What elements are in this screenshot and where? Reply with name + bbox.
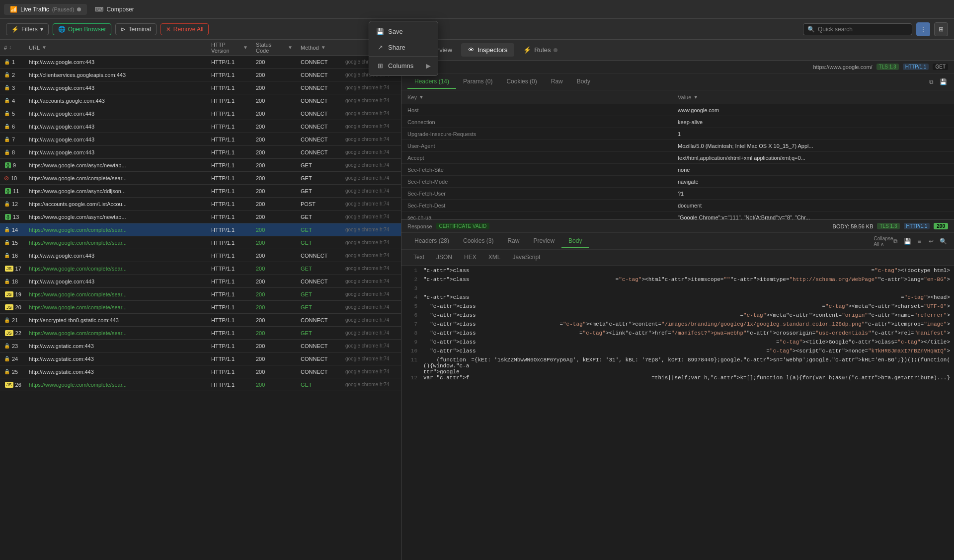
more-options-button[interactable]: ⋮ bbox=[916, 22, 930, 36]
resp-copy-icon[interactable]: ⧉ bbox=[890, 236, 900, 246]
row-http: HTTP/1.1 bbox=[207, 253, 252, 259]
row-agent: google chrome h:74 bbox=[341, 162, 401, 168]
table-row[interactable]: 🔒 5 http://www.google.com:443 HTTP/1.1 2… bbox=[0, 107, 401, 120]
table-row[interactable]: 🔒 1 http://www.google.com:443 HTTP/1.1 2… bbox=[0, 56, 401, 69]
header-row: Sec-Fetch-Modenavigate bbox=[401, 176, 954, 188]
dropdown-columns[interactable]: ⊞ Columns ▶ bbox=[369, 58, 438, 73]
table-row[interactable]: JS 17 https://www.google.com/complete/se… bbox=[0, 262, 401, 275]
table-row[interactable]: 🔒 14 https://www.google.com/complete/sea… bbox=[0, 223, 401, 236]
cert-badge: CERTIFICATE VALID bbox=[436, 223, 490, 229]
filter-http-icon[interactable]: ▼ bbox=[243, 45, 248, 50]
table-row[interactable]: 🔒 23 http://www.gstatic.com:443 HTTP/1.1… bbox=[0, 340, 401, 352]
tab-inspectors-label: Inspectors bbox=[477, 46, 507, 54]
body-tab-json[interactable]: JSON bbox=[430, 251, 458, 264]
body-tab-xml[interactable]: XML bbox=[482, 251, 507, 264]
row-num: JS 26 bbox=[0, 382, 25, 388]
resp-wrap-icon[interactable]: ↩ bbox=[926, 236, 936, 246]
code-icon: ⌨ bbox=[95, 6, 103, 13]
header-value: 1 bbox=[678, 131, 948, 137]
table-row[interactable]: 🔒 12 https://accounts.google.com/ListAcc… bbox=[0, 198, 401, 210]
tab-resp-raw[interactable]: Raw bbox=[500, 234, 526, 248]
table-row[interactable]: 🔒 24 http://www.gstatic.com:443 HTTP/1.1… bbox=[0, 352, 401, 365]
collapse-all-label[interactable]: Collapse All ∧ bbox=[878, 236, 888, 246]
filter-val-icon[interactable]: ▼ bbox=[693, 94, 698, 100]
sort-num-icon[interactable]: ↕ bbox=[9, 45, 11, 50]
table-row[interactable]: 🔒 16 http://www.google.com:443 HTTP/1.1 … bbox=[0, 249, 401, 262]
terminal-button[interactable]: ⊳ Terminal bbox=[115, 23, 156, 35]
table-row[interactable]: JS 20 https://www.google.com/complete/se… bbox=[0, 301, 401, 314]
layout-button[interactable]: ⊞ bbox=[934, 22, 948, 36]
table-row[interactable]: 🔒 7 http://www.google.com:443 HTTP/1.1 2… bbox=[0, 133, 401, 146]
tab-req-params[interactable]: Params (0) bbox=[456, 75, 499, 89]
tab-req-headers[interactable]: Headers (14) bbox=[407, 75, 456, 89]
filters-button[interactable]: ⚡ Filters ▾ bbox=[6, 23, 49, 35]
table-row[interactable]: 🔒 2 http://clientservices.googleapis.com… bbox=[0, 69, 401, 81]
row-method: GET bbox=[297, 188, 341, 194]
tab-inspectors[interactable]: 👁 Inspectors bbox=[461, 43, 514, 57]
save-headers-icon[interactable]: 💾 bbox=[938, 77, 948, 87]
row-agent: google chrome h:74 bbox=[341, 317, 401, 323]
tab-resp-body[interactable]: Body bbox=[561, 234, 589, 248]
table-row[interactable]: 🔒 25 http://www.gstatic.com:443 HTTP/1.1… bbox=[0, 365, 401, 378]
row-method: GET bbox=[297, 291, 341, 297]
tab-resp-headers[interactable]: Headers (28) bbox=[407, 234, 456, 248]
right-nav: 📊 Overview 👁 Inspectors ⚡ Rules bbox=[401, 40, 954, 61]
table-row[interactable]: JS 19 https://www.google.com/complete/se… bbox=[0, 288, 401, 301]
row-method: CONNECT bbox=[297, 85, 341, 91]
filter-key-icon[interactable]: ▼ bbox=[419, 94, 424, 100]
tab-req-body[interactable]: Body bbox=[570, 75, 597, 89]
lock-icon: 🔒 bbox=[4, 253, 10, 258]
dropdown-save[interactable]: 💾 Save bbox=[369, 23, 438, 39]
tab-req-raw[interactable]: Raw bbox=[544, 75, 570, 89]
resp-save-icon[interactable]: 💾 bbox=[902, 236, 912, 246]
row-url: https://www.google.com/complete/sear... bbox=[25, 266, 207, 272]
header-key: Accept bbox=[407, 155, 678, 161]
table-row[interactable]: 🔒 8 http://www.google.com:443 HTTP/1.1 2… bbox=[0, 146, 401, 159]
table-row[interactable]: {} 9 https://www.google.com/async/newtab… bbox=[0, 159, 401, 172]
tab-composer[interactable]: ⌨ Composer bbox=[89, 4, 140, 15]
table-row[interactable]: 🔒 21 http://encrypted-tbn0.gstatic.com:4… bbox=[0, 314, 401, 327]
header-row: Sec-Fetch-Destdocument bbox=[401, 200, 954, 211]
copy-headers-icon[interactable]: ⧉ bbox=[926, 77, 936, 87]
table-row[interactable]: 🔒 18 http://www.google.com:443 HTTP/1.1 … bbox=[0, 275, 401, 288]
table-row[interactable]: JS 22 https://www.google.com/complete/se… bbox=[0, 327, 401, 340]
dropdown-share[interactable]: ↗ Share bbox=[369, 39, 438, 55]
table-row[interactable]: 🔒 4 http://accounts.google.com:443 HTTP/… bbox=[0, 94, 401, 107]
row-num: JS 19 bbox=[0, 291, 25, 297]
resp-filter-icon[interactable]: ≡ bbox=[914, 236, 924, 246]
row-agent: google chrome h:74 bbox=[341, 304, 401, 310]
response-info: BODY: 59.56 KB TLS 1.3 HTTP/1.1 200 bbox=[833, 223, 948, 229]
tab-resp-cookies[interactable]: Cookies (3) bbox=[456, 234, 500, 248]
paused-dot bbox=[77, 7, 81, 11]
body-tab-hex[interactable]: HEX bbox=[458, 251, 482, 264]
remove-all-button[interactable]: ✕ Remove All bbox=[160, 23, 209, 35]
filter-status-icon[interactable]: ▼ bbox=[288, 45, 293, 50]
table-row[interactable]: 🔒 15 https://www.google.com/complete/sea… bbox=[0, 236, 401, 249]
tab-req-cookies[interactable]: Cookies (0) bbox=[499, 75, 544, 89]
table-row[interactable]: 🔒 6 http://www.google.com:443 HTTP/1.1 2… bbox=[0, 120, 401, 133]
code-line: 3 bbox=[401, 285, 954, 294]
table-row[interactable]: {} 13 https://www.google.com/async/newta… bbox=[0, 210, 401, 223]
body-tab-text[interactable]: Text bbox=[407, 251, 430, 264]
row-url: https://www.google.com/complete/sear... bbox=[25, 240, 207, 246]
tab-live-traffic[interactable]: 📶 Live Traffic (Paused) bbox=[4, 4, 87, 15]
tab-resp-preview[interactable]: Preview bbox=[526, 234, 561, 248]
filter-method-icon[interactable]: ▼ bbox=[321, 45, 326, 50]
header-value: document bbox=[678, 203, 948, 209]
table-row[interactable]: 🔒 3 http://www.google.com:443 HTTP/1.1 2… bbox=[0, 81, 401, 94]
table-row[interactable]: {} 11 https://www.google.com/async/ddljs… bbox=[0, 185, 401, 198]
filter-url-icon[interactable]: ▼ bbox=[42, 45, 47, 50]
resp-search-icon[interactable]: 🔍 bbox=[938, 236, 948, 246]
table-row[interactable]: ⊘ 10 https://www.google.com/complete/sea… bbox=[0, 172, 401, 185]
row-num: JS 22 bbox=[0, 330, 25, 336]
body-text-label: Text bbox=[413, 254, 424, 261]
row-method: CONNECT bbox=[297, 369, 341, 375]
lock-icon: 🔒 bbox=[4, 59, 10, 65]
table-row[interactable]: JS 26 https://www.google.com/complete/se… bbox=[0, 378, 401, 391]
open-browser-button[interactable]: 🌐 Open Browser bbox=[53, 23, 112, 35]
row-method: CONNECT bbox=[297, 149, 341, 155]
search-box[interactable]: 🔍 Quick search bbox=[803, 23, 912, 35]
tab-rules[interactable]: ⚡ Rules bbox=[516, 43, 564, 57]
req-headers-label: Headers (14) bbox=[414, 78, 449, 85]
body-tab-javascript[interactable]: JavaScript bbox=[506, 251, 546, 264]
